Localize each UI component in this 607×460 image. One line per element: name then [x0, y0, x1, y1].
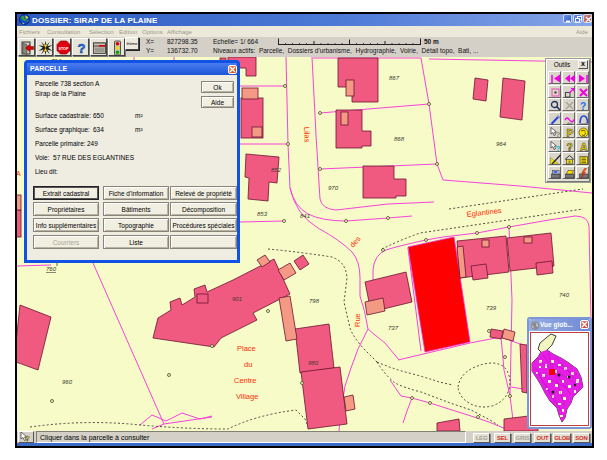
svg-text:739: 739: [486, 305, 497, 311]
svg-text:P: P: [567, 127, 574, 138]
svg-text:?: ?: [580, 101, 586, 112]
svg-text:?: ?: [556, 130, 561, 138]
svg-text:Place: Place: [237, 344, 256, 353]
svg-text:867: 867: [389, 75, 400, 81]
svg-text:?: ?: [25, 434, 30, 442]
svg-text:Village: Village: [236, 392, 258, 401]
svg-text:970: 970: [328, 185, 339, 191]
svg-text:A: A: [17, 170, 21, 177]
svg-text:STOP: STOP: [59, 47, 69, 51]
svg-text:?: ?: [567, 141, 573, 152]
svg-text:Lilas: Lilas: [302, 127, 312, 143]
svg-text:Rue: Rue: [353, 313, 362, 327]
svg-text:du: du: [244, 360, 252, 369]
svg-text:960: 960: [62, 379, 73, 385]
svg-text:A: A: [580, 141, 588, 152]
svg-text:868: 868: [394, 136, 405, 142]
svg-text:964: 964: [496, 141, 507, 147]
svg-text:737: 737: [388, 325, 399, 331]
svg-text:?: ?: [78, 41, 86, 56]
svg-text:901: 901: [232, 296, 242, 302]
svg-text:?: ?: [556, 144, 561, 152]
svg-text:841: 841: [300, 213, 310, 219]
svg-text:760: 760: [46, 266, 57, 272]
svg-text:980: 980: [308, 360, 319, 366]
svg-text:798: 798: [309, 298, 320, 304]
svg-text:852: 852: [271, 167, 282, 173]
svg-text:853: 853: [257, 211, 268, 217]
svg-text:Centre: Centre: [234, 376, 257, 385]
svg-text:740: 740: [559, 292, 570, 298]
